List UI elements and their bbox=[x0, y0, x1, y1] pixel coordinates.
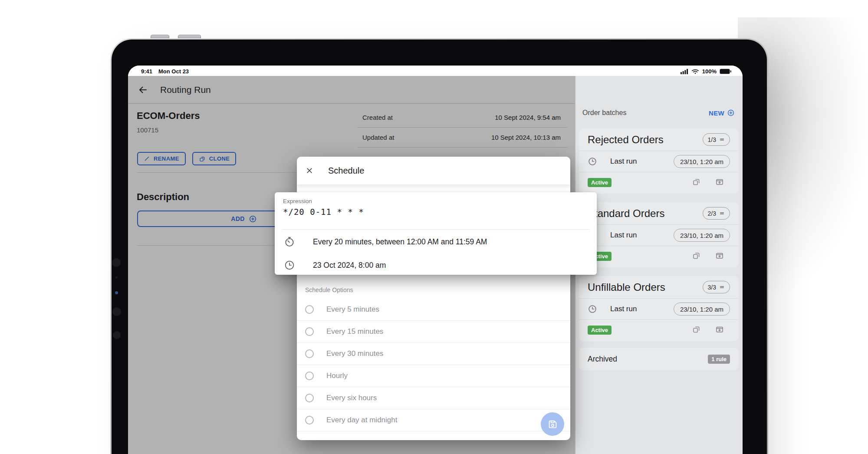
batch-count: 3/3 bbox=[708, 284, 716, 291]
option-every-5-minutes[interactable]: Every 5 minutes bbox=[297, 299, 570, 321]
duplicate-icon[interactable] bbox=[692, 177, 701, 188]
tablet-bezel: 9:41 Mon Oct 23 bbox=[112, 39, 767, 454]
expression-input[interactable]: */20 0-11 * * * bbox=[283, 207, 364, 217]
options-heading: Schedule Options bbox=[297, 286, 570, 299]
order-batches-panel: Order batches NEW bbox=[575, 76, 743, 454]
schedule-options-section: Schedule Options Every 5 minutes Every 1… bbox=[297, 286, 570, 431]
last-run-label: Last run bbox=[610, 305, 674, 313]
status-time: 9:41 bbox=[141, 68, 152, 75]
reorder-handle-icon bbox=[719, 284, 725, 290]
last-run-label: Last run bbox=[610, 157, 674, 166]
duplicate-icon[interactable] bbox=[692, 251, 701, 262]
status-date: Mon Oct 23 bbox=[158, 68, 189, 75]
batch-card-rejected-orders: Rejected Orders 1/3 bbox=[579, 128, 739, 194]
wifi-icon bbox=[691, 69, 699, 74]
save-floppy-icon bbox=[547, 418, 559, 430]
status-badge: Active bbox=[588, 178, 612, 187]
battery-icon bbox=[720, 69, 731, 74]
option-every-day-at-midnight[interactable]: Every day at midnight bbox=[297, 409, 570, 431]
camera-dot bbox=[113, 331, 121, 339]
batch-count-pill[interactable]: 1/3 bbox=[703, 133, 730, 146]
next-run-row: 23 Oct 2024, 8:00 am bbox=[275, 259, 597, 272]
battery-percent: 100% bbox=[702, 68, 717, 75]
option-every-six-hours[interactable]: Every six hours bbox=[297, 387, 570, 409]
archive-icon[interactable] bbox=[715, 325, 724, 336]
frequency-summary: Every 20 minutes, between 12:00 AM and 1… bbox=[313, 237, 487, 247]
archived-count-badge: 1 rule bbox=[708, 355, 730, 364]
camera-indicator-dot bbox=[115, 291, 118, 294]
modal-header: Schedule bbox=[297, 157, 570, 184]
option-every-30-minutes[interactable]: Every 30 minutes bbox=[297, 343, 570, 365]
radio-button[interactable] bbox=[305, 416, 314, 424]
close-icon[interactable] bbox=[306, 167, 313, 174]
option-label: Every 30 minutes bbox=[326, 349, 383, 358]
divider bbox=[282, 229, 590, 230]
radio-button[interactable] bbox=[305, 349, 314, 358]
batch-count-pill[interactable]: 3/3 bbox=[703, 281, 730, 293]
next-run-value: 23 Oct 2024, 8:00 am bbox=[313, 261, 386, 270]
batch-title: Standard Orders bbox=[588, 207, 664, 220]
last-run-value: 23/10, 1:20 am bbox=[674, 303, 730, 316]
last-run-value: 23/10, 1:20 am bbox=[674, 155, 730, 168]
cron-expression-popover: Expression */20 0-11 * * * Every 20 minu… bbox=[275, 192, 597, 275]
batch-title: Unfillable Orders bbox=[588, 281, 665, 293]
clock-icon bbox=[588, 157, 597, 166]
option-label: Every six hours bbox=[326, 394, 377, 402]
tablet-device-frame: 9:41 Mon Oct 23 bbox=[110, 38, 768, 454]
radio-button[interactable] bbox=[305, 394, 314, 402]
expression-label: Expression bbox=[283, 198, 312, 204]
archive-icon[interactable] bbox=[715, 177, 724, 188]
archived-row[interactable]: Archived 1 rule bbox=[579, 348, 739, 370]
clock-icon bbox=[588, 304, 597, 314]
radio-button[interactable] bbox=[305, 327, 314, 336]
radio-button[interactable] bbox=[305, 372, 314, 380]
panel-title: Order batches bbox=[582, 109, 626, 117]
batch-count: 2/3 bbox=[708, 210, 716, 217]
last-run-value: 23/10, 1:20 am bbox=[674, 229, 730, 242]
clock-icon bbox=[284, 260, 295, 271]
modal-title: Schedule bbox=[328, 166, 364, 176]
status-bar: 9:41 Mon Oct 23 bbox=[128, 66, 743, 76]
archive-icon[interactable] bbox=[715, 251, 724, 262]
option-label: Every day at midnight bbox=[326, 416, 397, 424]
batch-title: Rejected Orders bbox=[588, 134, 664, 146]
sensor-dot bbox=[115, 276, 118, 279]
archived-label: Archived bbox=[588, 355, 617, 364]
batch-card-standard-orders: Standard Orders 2/3 bbox=[579, 202, 739, 267]
frequency-summary-row: Every 20 minutes, between 12:00 AM and 1… bbox=[275, 235, 597, 248]
timer-icon bbox=[284, 236, 295, 247]
save-button[interactable] bbox=[541, 412, 564, 436]
option-every-15-minutes[interactable]: Every 15 minutes bbox=[297, 321, 570, 343]
last-run-label: Last run bbox=[610, 231, 674, 240]
camera-dot bbox=[112, 258, 121, 267]
batch-count-pill[interactable]: 2/3 bbox=[703, 207, 730, 220]
panel-header: Order batches NEW bbox=[582, 109, 735, 117]
option-label: Every 5 minutes bbox=[326, 305, 379, 314]
new-label: NEW bbox=[709, 109, 724, 117]
batch-count: 1/3 bbox=[708, 136, 716, 143]
page: 9:41 Mon Oct 23 bbox=[0, 0, 868, 454]
reorder-handle-icon bbox=[719, 211, 725, 216]
reorder-handle-icon bbox=[719, 137, 725, 142]
option-hourly[interactable]: Hourly bbox=[297, 365, 570, 387]
option-label: Hourly bbox=[326, 372, 348, 380]
new-batch-button[interactable]: NEW bbox=[709, 109, 735, 117]
radio-button[interactable] bbox=[305, 305, 314, 314]
cellular-signal-icon bbox=[681, 69, 688, 74]
plus-circle-icon bbox=[727, 109, 735, 117]
batch-card-unfillable-orders: Unfillable Orders 3/3 bbox=[579, 276, 739, 341]
status-badge: Active bbox=[588, 326, 612, 335]
option-label: Every 15 minutes bbox=[326, 327, 383, 336]
duplicate-icon[interactable] bbox=[692, 325, 701, 336]
camera-dot bbox=[112, 307, 121, 316]
tablet-screen: 9:41 Mon Oct 23 bbox=[128, 66, 743, 454]
